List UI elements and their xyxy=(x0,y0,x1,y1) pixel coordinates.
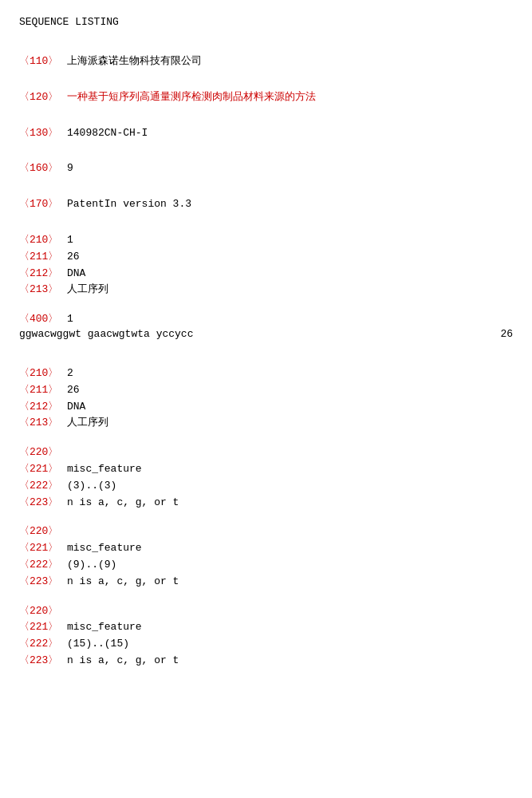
tag-feat1-221: 〈221〉 xyxy=(19,461,67,478)
val-seq2-213: 人工序列 xyxy=(67,415,108,432)
value-110: 上海派森诺生物科技有限公司 xyxy=(67,53,202,70)
tag-seq2-212: 〈212〉 xyxy=(19,399,67,416)
tag-feat1-223: 〈223〉 xyxy=(19,495,67,512)
field-160: 〈160〉 9 xyxy=(19,160,513,177)
val-feat1-222: (3)..(3) xyxy=(67,478,116,495)
tag-130: 〈130〉 xyxy=(19,125,67,142)
feature-3: 〈220〉 〈221〉 misc_feature 〈222〉 (15)..(15… xyxy=(19,603,513,670)
field-110: 〈110〉 上海派森诺生物科技有限公司 xyxy=(19,53,513,70)
val-feat2-222: (9)..(9) xyxy=(67,557,116,574)
tag-170: 〈170〉 xyxy=(19,196,67,213)
val-seq1-211: 26 xyxy=(67,249,80,266)
tag-feat2-221: 〈221〉 xyxy=(19,540,67,557)
tag-seq2-213: 〈213〉 xyxy=(19,415,67,432)
sequence-data-1: ggwacwggwt gaacwgtwta yccycc 26 xyxy=(19,328,513,340)
tag-seq2-211: 〈211〉 xyxy=(19,382,67,399)
tag-feat2-220: 〈220〉 xyxy=(19,523,67,540)
tag-120: 〈120〉 xyxy=(19,89,67,106)
seq1-number: 26 xyxy=(500,328,513,340)
val-seq1-210: 1 xyxy=(67,232,73,249)
val-feat2-223: n is a, c, g, or t xyxy=(67,574,179,591)
tag-feat3-220: 〈220〉 xyxy=(19,603,67,620)
tag-feat3-221: 〈221〉 xyxy=(19,619,67,636)
value-170: PatentIn version 3.3 xyxy=(67,196,191,213)
tag-feat2-223: 〈223〉 xyxy=(19,574,67,591)
tag-seq1-211: 〈211〉 xyxy=(19,249,67,266)
val-seq2-212: DNA xyxy=(67,399,85,416)
sequence-2: 〈210〉 2 〈211〉 26 〈212〉 DNA 〈213〉 人工序列 〈2… xyxy=(19,365,513,670)
seq1-text: ggwacwggwt gaacwgtwta yccycc xyxy=(19,328,193,340)
tag-seq1-213: 〈213〉 xyxy=(19,282,67,298)
tag-feat3-223: 〈223〉 xyxy=(19,653,67,670)
tag-feat2-222: 〈222〉 xyxy=(19,557,67,574)
val-seq2-210: 2 xyxy=(67,365,73,382)
value-130: 140982CN-CH-I xyxy=(67,125,148,142)
feature-2: 〈220〉 〈221〉 misc_feature 〈222〉 (9)..(9) … xyxy=(19,523,513,590)
val-feat3-223: n is a, c, g, or t xyxy=(67,653,179,670)
val-feat1-223: n is a, c, g, or t xyxy=(67,495,179,512)
val-feat3-221: misc_feature xyxy=(67,619,142,636)
tag-110: 〈110〉 xyxy=(19,53,67,70)
tag-feat1-220: 〈220〉 xyxy=(19,444,67,461)
value-160: 9 xyxy=(67,160,73,177)
val-feat1-221: misc_feature xyxy=(67,461,142,478)
page-title: SEQUENCE LISTING xyxy=(19,16,513,28)
val-seq1-400: 1 xyxy=(67,311,73,328)
tag-seq1-212: 〈212〉 xyxy=(19,266,67,282)
field-170: 〈170〉 PatentIn version 3.3 xyxy=(19,196,513,213)
val-seq1-212: DNA xyxy=(67,266,85,282)
tag-seq1-210: 〈210〉 xyxy=(19,232,67,249)
tag-feat1-222: 〈222〉 xyxy=(19,478,67,495)
tag-seq1-400: 〈400〉 xyxy=(19,311,67,328)
tag-160: 〈160〉 xyxy=(19,160,67,177)
tag-seq2-210: 〈210〉 xyxy=(19,365,67,382)
val-seq1-213: 人工序列 xyxy=(67,282,108,298)
field-120: 〈120〉 一种基于短序列高通量测序检测肉制品材料来源的方法 xyxy=(19,89,513,106)
tag-feat3-222: 〈222〉 xyxy=(19,636,67,653)
val-feat3-222: (15)..(15) xyxy=(67,636,129,653)
val-feat2-221: misc_feature xyxy=(67,540,142,557)
value-120: 一种基于短序列高通量测序检测肉制品材料来源的方法 xyxy=(67,89,316,106)
val-seq2-211: 26 xyxy=(67,382,80,399)
field-130: 〈130〉 140982CN-CH-I xyxy=(19,125,513,142)
sequence-1: 〈210〉 1 〈211〉 26 〈212〉 DNA 〈213〉 人工序列 〈4… xyxy=(19,232,513,340)
feature-1: 〈220〉 〈221〉 misc_feature 〈222〉 (3)..(3) … xyxy=(19,444,513,511)
